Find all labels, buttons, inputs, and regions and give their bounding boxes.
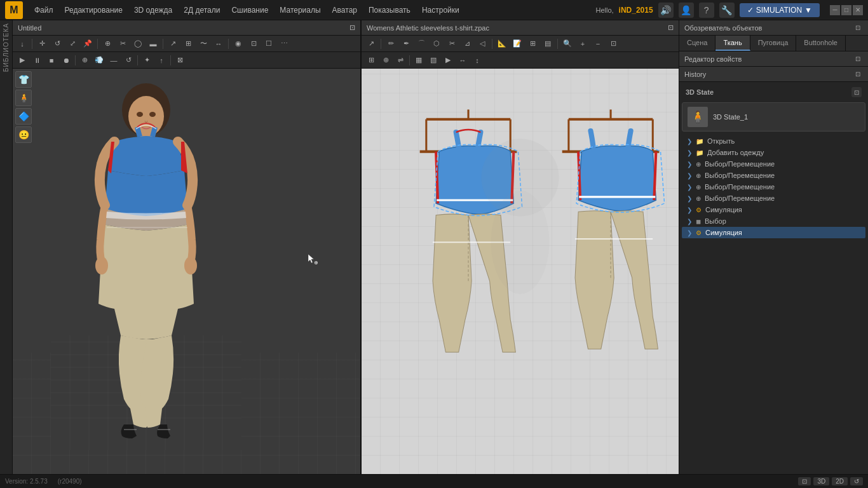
menu-file[interactable]: Файл [29, 3, 58, 17]
2d-tb2-fabric[interactable]: ▦ [412, 54, 426, 67]
2d-tb-camera[interactable]: 🔍 [560, 37, 574, 50]
avatar-person-icon[interactable]: 🧍 [15, 90, 32, 106]
menu-settings[interactable]: Настройки [417, 3, 465, 17]
menu-materials[interactable]: Материалы [275, 3, 325, 17]
tab-buttonhole[interactable]: Buttonhole [796, 36, 846, 51]
tb-arrow[interactable]: ↗ [166, 37, 180, 50]
tab-button[interactable]: Пуговица [750, 36, 797, 51]
menu-2d-details[interactable]: 2Д детали [179, 3, 225, 17]
tb-pin[interactable]: 📌 [81, 37, 95, 50]
tb2-play[interactable]: ▶ [15, 54, 29, 67]
2d-tb-dart[interactable]: ◁ [475, 37, 489, 50]
prop-editor-expand[interactable]: ⊡ [853, 54, 863, 64]
2d-tb-note[interactable]: 📝 [510, 37, 524, 50]
history-expand[interactable]: ⊡ [853, 69, 863, 79]
2d-tb-edit[interactable]: ⬡ [430, 37, 444, 50]
2d-tb-seam[interactable]: ⊞ [526, 37, 539, 50]
tb2-bone[interactable]: ✦ [140, 54, 154, 67]
tb-wave[interactable]: 〜 [196, 37, 210, 50]
status-3d-btn[interactable]: 3D [813, 477, 829, 485]
tb-scale[interactable]: ⤢ [65, 37, 79, 50]
tb-rect[interactable]: ▬ [146, 37, 160, 50]
2d-tb2-grid[interactable]: ⊞ [364, 54, 378, 67]
tb-cam-more[interactable]: ⋯ [277, 37, 291, 50]
sound-icon[interactable]: 🔊 [658, 3, 674, 18]
hist-item-5[interactable]: ❯ ⊕ Выбор/Перемещение [682, 193, 865, 204]
minimize-button[interactable]: ─ [830, 5, 840, 15]
tb2-wind[interactable]: 💨 [92, 54, 106, 67]
2d-tb2-bonds[interactable]: ▶ [441, 54, 455, 67]
help-icon[interactable]: ? [699, 3, 714, 18]
tb-select-down[interactable]: ↓ [15, 37, 29, 50]
menu-sewing[interactable]: Сшивание [226, 3, 273, 17]
tb2-time[interactable]: — [107, 54, 121, 67]
2d-tb-zoom-out[interactable]: − [591, 37, 605, 50]
tb-expand[interactable]: ↔ [212, 37, 226, 50]
tb2-rec[interactable]: ⏺ [59, 54, 73, 67]
tb2-stop[interactable]: ■ [44, 54, 58, 67]
3d-viewport[interactable]: 👕 🧍 🔷 😐 [13, 69, 360, 474]
state-options[interactable]: ⊡ [851, 87, 862, 97]
hist-item-7[interactable]: ❯ ◼ Выбор [682, 215, 865, 227]
tb2-cloth[interactable]: ⊠ [173, 54, 187, 67]
3d-state-item[interactable]: 🧍 3D State_1 [682, 102, 865, 132]
tab-scene[interactable]: Сцена [679, 36, 715, 51]
2d-tb-pen[interactable]: ✒ [399, 37, 413, 50]
tools-icon[interactable]: 🔧 [719, 3, 735, 18]
2d-viewport[interactable] [362, 69, 679, 474]
tb-move[interactable]: ✛ [35, 37, 49, 50]
2d-tb2-lining[interactable]: ▧ [426, 54, 440, 67]
2d-tb-arc[interactable]: ⌒ [414, 37, 428, 50]
2d-tb2-sym[interactable]: ⇌ [393, 54, 407, 67]
tb-mesh[interactable]: ⊞ [181, 37, 195, 50]
2d-tb-hem[interactable]: ▤ [541, 37, 555, 50]
tb2-reset[interactable]: ↺ [121, 54, 135, 67]
avatar-face-icon[interactable]: 😐 [15, 126, 32, 143]
hist-item-3[interactable]: ❯ ⊕ Выбор/Перемещение [682, 170, 865, 181]
maximize-button[interactable]: □ [841, 5, 851, 15]
2d-tb-fit[interactable]: ⊡ [606, 37, 620, 50]
2d-panel-expand[interactable]: ⊡ [668, 24, 674, 32]
status-3d-icon[interactable]: ⊡ [798, 477, 811, 485]
status-2d-btn[interactable]: 2D [832, 477, 848, 485]
props-expand-icon[interactable]: ⊡ [853, 23, 863, 33]
menu-edit[interactable]: Редактирование [60, 3, 128, 17]
menu-show[interactable]: Показывать [363, 3, 416, 17]
2d-tb-measure[interactable]: 📐 [495, 37, 509, 50]
tb-camera1[interactable]: ◉ [231, 37, 245, 50]
hist-item-6[interactable]: ❯ ⚙ Симуляция [682, 204, 865, 215]
hist-item-8[interactable]: ❯ ⚙ Симуляция [682, 227, 865, 238]
hist-item-4[interactable]: ❯ ⊕ Выбор/Перемещение [682, 181, 865, 193]
2d-tb-cut2[interactable]: ✂ [445, 37, 459, 50]
tb2-gravity[interactable]: ⊕ [78, 54, 92, 67]
2d-tb-draw[interactable]: ✏ [384, 37, 398, 50]
simulation-button[interactable]: ✓ SIMULATION ▼ [740, 3, 820, 17]
tb2-pause[interactable]: ⏸ [30, 54, 44, 67]
tb-needle[interactable]: ⊕ [100, 37, 114, 50]
tb-rotate[interactable]: ↺ [50, 37, 64, 50]
menu-3d-clothes[interactable]: 3D одежда [129, 3, 177, 17]
2d-tb2-sew[interactable]: ↔ [456, 54, 470, 67]
user-icon[interactable]: 👤 [679, 3, 694, 18]
tb-cut[interactable]: ✂ [116, 37, 130, 50]
hist-item-2[interactable]: ❯ ⊕ Выбор/Перемещение [682, 158, 865, 170]
menu-avatar[interactable]: Аватар [327, 3, 362, 17]
close-button[interactable]: ✕ [853, 5, 863, 15]
tb-camera3[interactable]: ☐ [262, 37, 276, 50]
tab-fabric[interactable]: Ткань [715, 36, 750, 51]
tb-circle[interactable]: ◯ [131, 37, 145, 50]
hist-folder-icon-1: 📁 [696, 149, 703, 156]
3d-panel-expand[interactable]: ⊡ [349, 24, 355, 32]
hist-item-1[interactable]: ❯ 📁 Добавить одежду [682, 147, 865, 158]
avatar-pose-icon[interactable]: 🔷 [15, 108, 32, 125]
tb2-snap[interactable]: ↑ [154, 54, 168, 67]
tb-camera2[interactable]: ⊡ [247, 37, 261, 50]
hist-item-0[interactable]: ❯ 📁 Открыть [682, 135, 865, 147]
avatar-shirt-icon[interactable]: 👕 [15, 71, 32, 88]
2d-tb2-snap2[interactable]: ⊕ [379, 54, 393, 67]
2d-tb2-sew2[interactable]: ↕ [470, 54, 484, 67]
2d-tb-zoom-in[interactable]: + [576, 37, 590, 50]
2d-tb-select[interactable]: ↗ [364, 37, 378, 50]
2d-tb-fold[interactable]: ⊿ [460, 37, 474, 50]
status-refresh[interactable]: ↺ [850, 477, 863, 485]
